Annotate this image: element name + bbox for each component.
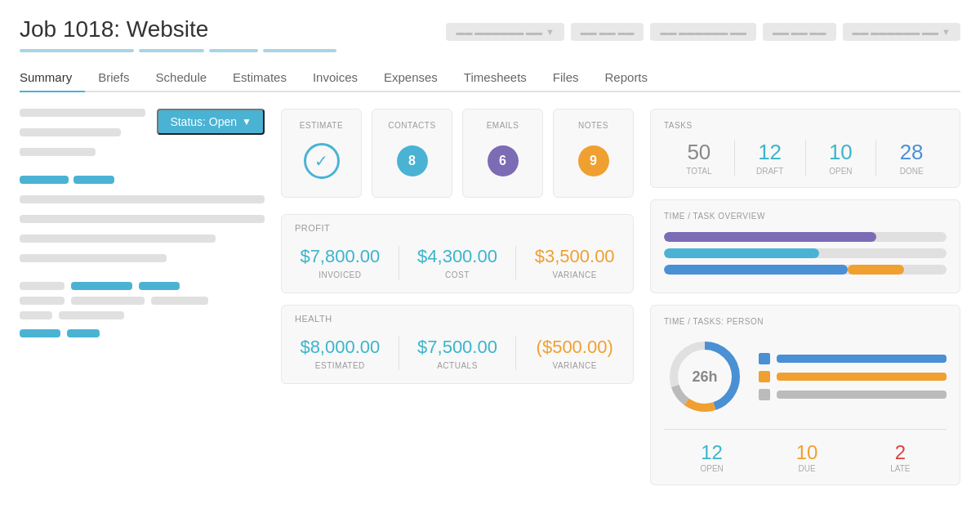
health-card: HEALTH $8,000.00 ESTIMATED $7,500.00 ACT…	[281, 305, 634, 384]
tab-briefs[interactable]: Briefs	[85, 64, 142, 92]
donut-chart: 26h	[664, 336, 746, 418]
tasks-title: TASKS	[664, 121, 947, 130]
tab-summary[interactable]: Summary	[20, 64, 85, 92]
skeleton-row	[20, 215, 265, 223]
action-btn-3[interactable]: ▬▬ ▬▬▬▬▬▬ ▬▬	[650, 23, 756, 41]
time-overview-title: TIME / TASK OVERVIEW	[664, 212, 947, 221]
action-btn-4[interactable]: ▬▬ ▬▬ ▬▬	[763, 23, 836, 41]
stat-label-emails: EMAILS	[487, 121, 519, 130]
bar-row-3	[664, 265, 947, 275]
profit-cost: $4,300.00 COST	[399, 246, 516, 279]
skeleton-link	[139, 282, 180, 290]
stat-label-contacts: CONTACTS	[388, 121, 435, 130]
status-badge[interactable]: Status: Open ▼	[157, 109, 265, 135]
legend	[759, 353, 947, 400]
bar-fill-purple	[664, 232, 876, 242]
task-done-value: 28	[876, 140, 947, 165]
task-done-label: DONE	[876, 167, 947, 176]
action-btn-5[interactable]: ▬▬ ▬▬▬▬▬▬ ▬▬ ▼	[843, 23, 960, 41]
profit-invoiced-value: $7,800.00	[290, 246, 390, 267]
person-body: 26h	[664, 336, 947, 418]
contacts-icon-area: 8	[388, 136, 437, 185]
skeleton-link	[20, 176, 69, 184]
legend-dot-blue	[759, 353, 770, 364]
tab-invoices[interactable]: Invoices	[300, 64, 371, 92]
bar-track-3	[664, 265, 947, 275]
skeleton-link	[74, 176, 114, 184]
left-panel: Status: Open ▼	[20, 109, 265, 485]
tab-schedule[interactable]: Schedule	[143, 64, 220, 92]
health-actuals-label: ACTUALS	[408, 361, 508, 370]
person-stat-due: 10 DUE	[796, 441, 818, 473]
stat-card-notes[interactable]: NOTES 9	[553, 109, 634, 198]
stat-card-emails[interactable]: EMAILS 6	[462, 109, 543, 198]
profit-invoiced-label: INVOICED	[290, 270, 390, 279]
stat-card-estimate[interactable]: ESTIMATE ✓	[281, 109, 362, 198]
quick-stats: ESTIMATE ✓ CONTACTS 8 EMAILS 6	[281, 109, 634, 198]
progress-bar-2	[139, 49, 204, 52]
bar-fill-teal	[664, 248, 819, 258]
legend-item-gray	[759, 389, 947, 400]
health-variance: ($500.00) VARIANCE	[515, 337, 633, 370]
person-bottom-stats: 12 OPEN 10 DUE 2 LATE	[664, 429, 947, 473]
stat-label-notes: NOTES	[578, 121, 608, 130]
task-total-value: 50	[664, 140, 734, 165]
legend-dot-gray	[759, 389, 770, 400]
profit-cost-label: COST	[408, 270, 508, 279]
tasks-numbers: 50 TOTAL 12 DRAFT 10 OPEN 28 DONE	[664, 140, 947, 176]
stat-label-estimate: ESTIMATE	[300, 121, 343, 130]
emails-badge: 6	[488, 145, 519, 176]
tab-nav: Summary Briefs Schedule Estimates Invoic…	[20, 64, 960, 92]
right-panel: TASKS 50 TOTAL 12 DRAFT 10 OPEN	[650, 109, 960, 485]
person-stat-late: 2 LATE	[890, 441, 910, 473]
tab-timesheets[interactable]: Timesheets	[451, 64, 540, 92]
profit-variance-label: VARIANCE	[524, 270, 625, 279]
task-draft-value: 12	[735, 140, 805, 165]
skeleton-link	[20, 329, 60, 337]
tab-files[interactable]: Files	[540, 64, 592, 92]
stat-card-contacts[interactable]: CONTACTS 8	[372, 109, 452, 198]
legend-item-orange	[759, 371, 947, 382]
task-total-label: TOTAL	[664, 167, 734, 176]
tab-estimates[interactable]: Estimates	[220, 64, 300, 92]
notes-badge: 9	[578, 145, 609, 176]
action-btn-1[interactable]: ▬▬ ▬▬▬▬▬▬ ▬▬ ▼	[446, 23, 564, 41]
health-estimated: $8,000.00 ESTIMATED	[282, 337, 399, 370]
skeleton-link	[67, 329, 100, 337]
skeleton-row	[20, 254, 167, 262]
skeleton-row	[20, 195, 265, 203]
person-due-value: 10	[796, 441, 818, 464]
middle-panel: ESTIMATE ✓ CONTACTS 8 EMAILS 6	[281, 109, 634, 485]
health-actuals-value: $7,500.00	[408, 337, 508, 358]
bar-track-1	[664, 232, 947, 242]
progress-bars	[20, 49, 960, 52]
task-open: 10 OPEN	[805, 140, 876, 176]
person-stat-open: 12 OPEN	[700, 441, 723, 473]
health-variance-label: VARIANCE	[524, 361, 625, 370]
progress-bar-3	[209, 49, 258, 52]
tab-expenses[interactable]: Expenses	[371, 64, 451, 92]
tab-reports[interactable]: Reports	[592, 64, 662, 92]
skeleton-row	[20, 109, 145, 117]
bar-fill-orange	[848, 265, 904, 275]
person-due-label: DUE	[796, 464, 818, 473]
health-header: HEALTH	[282, 306, 633, 328]
check-circle-icon: ✓	[304, 143, 340, 179]
skeleton-row	[20, 282, 65, 290]
person-open-value: 12	[700, 441, 723, 464]
health-variance-value: ($500.00)	[524, 337, 625, 358]
bar-row-2	[664, 248, 947, 258]
legend-bar-gray	[777, 391, 947, 399]
task-draft-label: DRAFT	[735, 167, 805, 176]
task-draft: 12 DRAFT	[734, 140, 805, 176]
profit-card: PROFIT $7,800.00 INVOICED $4,300.00 COST…	[281, 214, 634, 293]
legend-dot-orange	[759, 371, 770, 382]
bar-track-2	[664, 248, 947, 258]
action-btn-2[interactable]: ▬▬ ▬▬ ▬▬	[571, 23, 644, 41]
profit-body: $7,800.00 INVOICED $4,300.00 COST $3,500…	[282, 238, 633, 293]
profit-variance: $3,500.00 VARIANCE	[515, 246, 633, 279]
progress-bar-4	[263, 49, 336, 52]
time-person-title: TIME / TASKS: PERSON	[664, 317, 947, 326]
profit-cost-value: $4,300.00	[408, 246, 508, 267]
legend-bar-orange	[777, 373, 947, 381]
